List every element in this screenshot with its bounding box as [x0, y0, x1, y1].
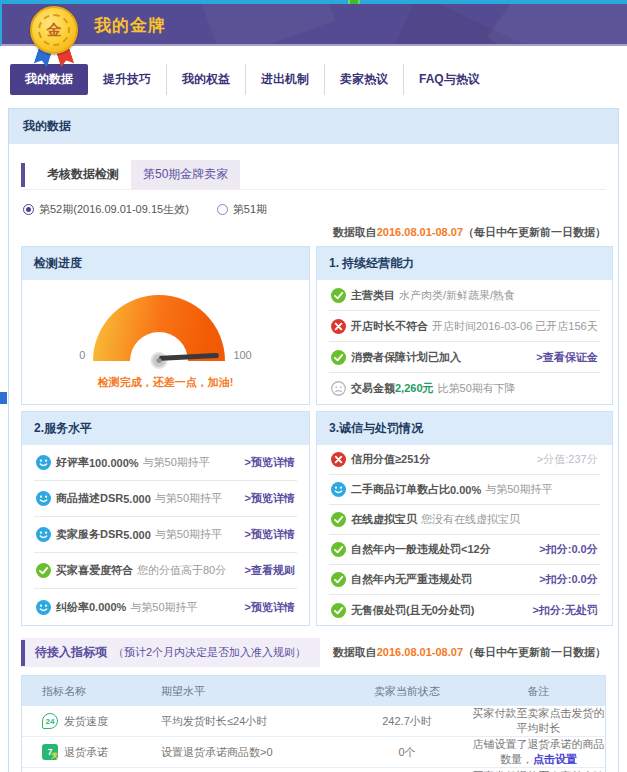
metric-label: 自然年内无严重违规处罚: [351, 572, 472, 587]
metric-label: 二手商品订单数占比: [351, 482, 450, 497]
metric-label: 在线虚拟宝贝: [351, 512, 417, 527]
section-header: 我的数据: [9, 109, 618, 144]
metric-label: 买家喜爱度符合: [56, 563, 133, 578]
medal-char: 金: [38, 14, 70, 46]
radio-on-icon[interactable]: [23, 204, 34, 215]
check-icon: [331, 350, 346, 365]
metric-label: 消费者保障计划已加入: [351, 350, 461, 365]
subtab-50th-gold-seller[interactable]: 第50期金牌卖家: [131, 160, 240, 189]
check-icon: [331, 512, 346, 527]
indicator-name: 退货承诺: [64, 745, 108, 760]
preview-details-link[interactable]: >预览详情: [245, 455, 295, 470]
banner-decor: [189, 4, 336, 46]
metric-label: 主营类目: [351, 288, 395, 303]
check-icon: [331, 572, 346, 587]
tab-my-benefits[interactable]: 我的权益: [166, 64, 245, 95]
metric-value: 0.000%: [89, 601, 126, 613]
metric-row: 商品描述DSR 5.000 与第50期持平 >预览详情: [34, 481, 297, 517]
my-data-container: 我的数据 考核数据检测 第50期金牌卖家 第52期(2016.09.01-09.…: [8, 108, 619, 772]
remark-text: 买家付款至卖家点击发货的平均时长: [472, 706, 605, 736]
check-icon: [331, 288, 346, 303]
radio-period-51[interactable]: 第51期: [217, 202, 267, 217]
metric-label: 自然年内一般违规处罚<12分: [351, 542, 491, 557]
metric-row: 开店时长不符合 开店时间2016-03-06 已开店156天: [329, 311, 600, 342]
app-banner: 我的金牌: [0, 4, 627, 46]
data-source-note: 数据取自2016.08.01-08.07（每日中午更新前一日数据）: [333, 645, 606, 660]
panel-2-title: 2.服务水平: [22, 412, 309, 445]
deduction-link[interactable]: >扣分:无处罚: [533, 603, 598, 618]
metric-detail: 与第50期持平: [485, 482, 552, 497]
metric-label: 信用分值≥251分: [351, 452, 430, 467]
view-rules-link[interactable]: >查看规则: [245, 563, 295, 578]
cross-icon: [331, 452, 346, 467]
preview-details-link[interactable]: >预览详情: [245, 527, 295, 542]
radio-period-51-label: 第51期: [233, 202, 267, 217]
metric-row: 在线虚拟宝贝 您没有在线虚拟宝贝: [329, 505, 600, 535]
deduction-link[interactable]: >扣分:0.0分: [539, 542, 597, 557]
tab-entry-exit[interactable]: 进出机制: [245, 64, 324, 95]
metric-value: 5.000: [123, 493, 151, 505]
table-row: 24 发货速度 平均发货时长≤24小时 242.7小时 买家付款至卖家点击发货的…: [22, 706, 605, 737]
tab-my-data[interactable]: 我的数据: [10, 64, 88, 95]
radio-off-icon[interactable]: [217, 204, 228, 215]
col-header-remark: 备注: [472, 684, 605, 699]
tab-improve-skills[interactable]: 提升技巧: [88, 64, 166, 95]
check-icon: [331, 603, 346, 618]
metric-row: 消费者保障计划已加入 >查看保证金: [329, 342, 600, 373]
metric-row: 纠纷率 0.000% 与第50期持平 >预览详情: [34, 589, 297, 625]
panel-integrity-penalty: 3.诚信与处罚情况 信用分值≥251分 >分值:237分 二手商品订单数占比 0…: [316, 411, 613, 626]
panel-1-title: 1. 持续经营能力: [317, 247, 612, 280]
note-date: 2016.08.01-08.07: [377, 646, 463, 658]
metric-row: 好评率 100.000% 与第50期持平 >预览详情: [34, 445, 297, 481]
metric-row: 信用分值≥251分 >分值:237分: [329, 445, 600, 475]
pending-title: 待接入指标项: [35, 638, 107, 667]
note-date: 2016.08.01-08.07: [377, 226, 463, 238]
smile-icon: [36, 455, 51, 470]
remark-text: 买家发起退款至卖家首次响应的平均时间: [472, 769, 605, 772]
tab-faq[interactable]: FAQ与热议: [403, 64, 495, 95]
panel-business-continuity: 1. 持续经营能力 主营类目 水产肉类/新鲜蔬果/熟食 开店时长不符合 开店时间…: [316, 246, 613, 405]
gauge-pin: [157, 358, 162, 363]
preview-details-link[interactable]: >预览详情: [245, 491, 295, 506]
left-edge-marker: [0, 392, 7, 404]
metric-value: 2,260元: [395, 381, 434, 396]
col-header-expected: 期望水平: [157, 684, 342, 699]
metric-label: 纠纷率: [56, 600, 89, 615]
click-settings-link[interactable]: 点击设置: [533, 753, 577, 765]
pending-subtitle: （预计2个月内决定是否加入准入规则）: [107, 639, 320, 666]
metric-detail: 水产肉类/新鲜蔬果/熟食: [399, 288, 515, 303]
sad-face-icon: [331, 381, 346, 396]
tab-seller-discussion[interactable]: 卖家热议: [324, 64, 403, 95]
view-deposit-link[interactable]: >查看保证金: [536, 350, 597, 365]
current-status: 242.7小时: [342, 714, 472, 729]
deduction-link[interactable]: >扣分:0.0分: [539, 572, 597, 587]
score-value-text: >分值:237分: [537, 452, 598, 467]
metric-label: 无售假处罚(且无0分处罚): [351, 603, 474, 618]
data-source-note: 数据取自2016.08.01-08.07（每日中午更新前一日数据）: [21, 225, 606, 240]
smile-icon: [36, 600, 51, 615]
metric-detail: 与第50期持平: [143, 455, 210, 470]
metric-value: 100.000%: [89, 457, 139, 469]
metric-label: 交易金额: [351, 381, 395, 396]
metric-detail: 开店时间2016-03-06 已开店156天: [432, 319, 598, 334]
metric-row: 交易金额 2,260元 比第50期有下降: [329, 373, 600, 404]
subtab-assessment-check[interactable]: 考核数据检测: [35, 160, 131, 189]
main-tabs: 我的数据 提升技巧 我的权益 进出机制 卖家热议 FAQ与热议: [10, 64, 627, 94]
24-hour-icon: 24: [42, 713, 58, 729]
smile-icon: [331, 482, 346, 497]
radio-period-52-label: 第52期(2016.09.01-09.15生效): [39, 202, 189, 217]
metrics-table: 指标名称 期望水平 卖家当前状态 备注 24 发货速度 平均发货时长≤24小时 …: [21, 675, 606, 772]
metric-detail: 与第50期持平: [130, 600, 197, 615]
check-icon: [36, 563, 51, 578]
metric-detail: 与第50期持平: [155, 527, 222, 542]
metric-row: 自然年内一般违规处罚<12分 >扣分:0.0分: [329, 535, 600, 565]
indicator-name: 发货速度: [64, 714, 108, 729]
preview-details-link[interactable]: >预览详情: [245, 600, 295, 615]
metric-row: 主营类目 水产肉类/新鲜蔬果/熟食: [329, 280, 600, 311]
gauge-max-label: 100: [233, 349, 251, 361]
7-day-unit: 天: [51, 751, 58, 761]
col-header-indicator: 指标名称: [22, 684, 157, 699]
radio-period-52[interactable]: 第52期(2016.09.01-09.15生效): [23, 202, 189, 217]
table-row: ¥ 退款时长 平均响应时长≤24小时 0.0小时 买家发起退款至卖家首次响应的平…: [22, 768, 605, 772]
pending-indicators-header: 待接入指标项 （预计2个月内决定是否加入准入规则） 数据取自2016.08.01…: [21, 638, 606, 667]
